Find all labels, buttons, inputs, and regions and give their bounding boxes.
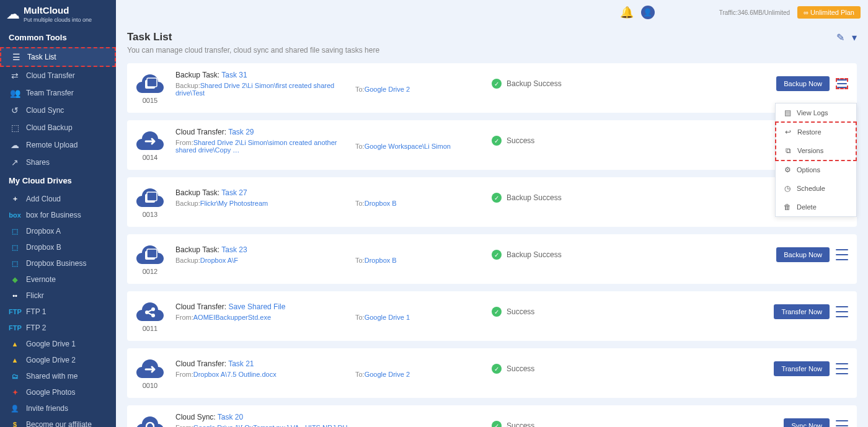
task-menu-button[interactable] (836, 420, 848, 427)
task-status: Success (507, 307, 534, 316)
sidebar-tool-remote-upload[interactable]: ☁Remote Upload (0, 136, 116, 154)
sidebar-tool-task-list[interactable]: ☰Task List (0, 47, 116, 67)
unlimited-plan-button[interactable]: ∞ Unlimited Plan (797, 6, 861, 19)
drive-label: Flickr (26, 291, 44, 300)
task-status: Success (507, 421, 534, 427)
task-type-icon (136, 412, 164, 427)
task-dest[interactable]: Google Workspace\Li Simon (365, 143, 451, 150)
my-cloud-drives-header: My Cloud Drives (0, 171, 116, 190)
svg-rect-5 (147, 249, 157, 258)
drive-label: Add Cloud (26, 195, 61, 203)
drive-label: Become our affiliate (26, 420, 92, 427)
drive-label: Dropbox A (26, 227, 61, 236)
task-dest-label: To: (355, 86, 365, 93)
drive-ftp-2[interactable]: FTPFTP 2 (0, 320, 116, 336)
sidebar-tool-team-transfer[interactable]: 👥Team Transfer (0, 84, 116, 102)
drive-label: Google Drive 2 (26, 356, 76, 364)
task-action-button[interactable]: Backup Now (776, 76, 830, 91)
drive-dropbox-business[interactable]: ⬚Dropbox Business (0, 255, 116, 271)
task-status: Success (507, 364, 534, 373)
tool-label: Shares (26, 158, 50, 167)
task-menu-button[interactable] (836, 78, 848, 89)
task-dest-label: To: (355, 143, 365, 150)
logo[interactable]: ☁ MultCloud Put multiple clouds into one (0, 0, 116, 28)
drive-dropbox-a[interactable]: ⬚Dropbox A (0, 223, 116, 239)
drive-google-drive-1[interactable]: ▲Google Drive 1 (0, 336, 116, 352)
tool-icon: ☰ (10, 52, 22, 62)
drive-label: Dropbox Business (26, 259, 86, 268)
drive-label: Dropbox B (26, 243, 61, 252)
task-dest[interactable]: Dropbox B (365, 200, 397, 207)
sidebar-tool-cloud-backup[interactable]: ⬚Cloud Backup (0, 119, 116, 136)
task-menu-button[interactable] (836, 249, 848, 260)
drive-icon: box (9, 211, 21, 219)
menu-versions[interactable]: ⧉ Versions (776, 141, 856, 160)
drive-invite-friends[interactable]: 👤Invite friends (0, 400, 116, 416)
tool-icon: ⬚ (9, 123, 21, 133)
drive-icon: ▲ (9, 340, 21, 348)
tool-icon: 👥 (9, 88, 21, 98)
sidebar-tool-cloud-transfer[interactable]: ⇄Cloud Transfer (0, 67, 116, 84)
task-source: Backup:Flickr\My Photostream (175, 200, 355, 207)
task-action-button[interactable]: Transfer Now (774, 361, 830, 376)
task-dest[interactable]: Google Drive 1 (365, 314, 410, 321)
task-id: 0014 (136, 154, 164, 161)
task-menu-button[interactable] (836, 306, 848, 317)
drive-flickr[interactable]: ••Flickr (0, 288, 116, 304)
drive-become-our-affiliate[interactable]: $Become our affiliate (0, 416, 116, 427)
menu-view-logs[interactable]: ▤ View Logs (776, 103, 856, 122)
drive-ftp-1[interactable]: FTPFTP 1 (0, 304, 116, 320)
task-action-button[interactable]: Backup Now (776, 247, 830, 262)
drive-icon: FTP (9, 324, 21, 332)
topbar: 🔔 👤 Traffic:346.6MB/Unlimited ∞ Unlimite… (116, 0, 868, 25)
tool-label: Cloud Backup (26, 123, 73, 132)
menu-schedule[interactable]: ◷ Schedule (776, 179, 856, 198)
task-id: 0015 (136, 97, 164, 104)
filter-icon[interactable]: ▾ (852, 32, 857, 43)
task-title: Cloud Transfer: Save Shared File (175, 302, 355, 311)
task-action-button[interactable]: Transfer Now (774, 304, 830, 319)
menu-restore[interactable]: ↩ Restore (776, 123, 856, 141)
menu-options[interactable]: ⚙ Options (776, 161, 856, 179)
task-menu-button[interactable] (836, 363, 848, 374)
task-dest[interactable]: Dropbox B (365, 257, 397, 264)
task-dest-label: To: (355, 257, 365, 264)
task-title: Backup Task: Task 23 (175, 245, 355, 254)
drive-dropbox-b[interactable]: ⬚Dropbox B (0, 239, 116, 255)
drive-box-for-business[interactable]: boxbox for Business (0, 207, 116, 223)
drive-google-photos[interactable]: ✦Google Photos (0, 384, 116, 400)
drive-icon: •• (9, 292, 21, 299)
list-icon: ▤ (783, 108, 792, 117)
common-tools-header: Common Tools (0, 28, 116, 47)
task-dest[interactable]: Google Drive 2 (365, 86, 410, 93)
tool-icon: ↗ (9, 157, 21, 167)
task-dest[interactable]: Google Drive 2 (365, 371, 410, 378)
menu-restore-label: Restore (797, 128, 822, 136)
drive-icon: $ (9, 421, 21, 427)
edit-icon[interactable]: ✎ (836, 32, 844, 43)
page-title: Task List (127, 31, 172, 43)
drive-shared-with-me[interactable]: 🗂Shared with me (0, 368, 116, 384)
tool-icon: ⇄ (9, 71, 21, 81)
menu-delete[interactable]: 🗑 Delete (776, 198, 856, 216)
task-type-icon (136, 126, 164, 155)
task-id: 0013 (136, 211, 164, 218)
sidebar-tool-cloud-sync[interactable]: ↺Cloud Sync (0, 102, 116, 119)
task-row: 0015 Backup Task: Task 31 Backup:Shared … (127, 63, 857, 113)
tool-label: Team Transfer (26, 89, 74, 97)
drive-google-drive-2[interactable]: ▲Google Drive 2 (0, 352, 116, 368)
task-row: 0014 Cloud Transfer: Task 29 From:Shared… (127, 120, 857, 170)
drive-evernote[interactable]: ◆Evernote (0, 271, 116, 288)
drive-add-cloud[interactable]: ＋Add Cloud (0, 190, 116, 207)
tool-label: Cloud Sync (26, 106, 64, 115)
task-row: 009 Cloud Sync: Task 20 From:Google Driv… (127, 405, 857, 427)
task-title: Backup Task: Task 27 (175, 188, 355, 197)
task-status: Backup Success (507, 193, 562, 202)
task-row: 0011 Cloud Transfer: Save Shared File Fr… (127, 291, 857, 341)
task-action-button[interactable]: Sync Now (784, 418, 830, 427)
user-avatar[interactable]: 👤 (641, 6, 655, 19)
task-title: Backup Task: Task 31 (175, 71, 355, 79)
bell-icon[interactable]: 🔔 (620, 6, 634, 19)
drive-icon: ✦ (9, 389, 21, 397)
sidebar-tool-shares[interactable]: ↗Shares (0, 154, 116, 171)
